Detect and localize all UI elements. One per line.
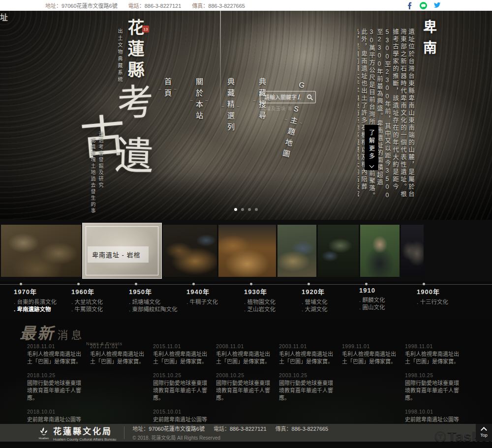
news-date: 2018.11.01 xyxy=(27,343,84,349)
news-link[interactable]: 毛利人檢視卑南遺址出土「巴圖」是傳家寶。 xyxy=(216,351,273,365)
beinan-article: 卑南 遺址位於台灣台東縣卑南山東南端的山麓，是屬於台灣東部之新石器時代卑南文化的… xyxy=(358,19,441,202)
address-value: 97060花蓮市文復路6號 xyxy=(62,3,118,9)
footer-contact-line: 地址：97060花蓮市文復路6號 電話：886-3-8227121 傳真：886… xyxy=(132,424,328,432)
photo-carousel: 卑南遺址 - 岩棺 xyxy=(0,220,492,281)
search-box xyxy=(260,91,316,103)
news-link[interactable]: 國際行動愛地球臺東環境教育嘉年華逾千人響應。 xyxy=(216,380,273,402)
timeline-dot xyxy=(250,283,252,285)
timeline-item[interactable]: 十三行文化 xyxy=(417,299,474,306)
hero-dot[interactable] xyxy=(255,208,258,211)
timeline-item[interactable]: 大坌坑文化 xyxy=(71,299,129,306)
phone: 電話：886-3-8227121 xyxy=(128,1,182,9)
twitter-icon[interactable] xyxy=(433,2,441,9)
news-date: 2008.10.25 xyxy=(216,372,273,378)
bureau-logo-icon xyxy=(38,426,49,436)
copyright: © 2018. 花蓮文化局 All Rights Reserved xyxy=(132,434,328,441)
nav-item[interactable]: 典藏精選列 xyxy=(220,78,241,134)
timeline-item[interactable]: 麒麟文化 xyxy=(359,297,417,304)
footer-divider xyxy=(124,426,124,439)
timeline-group: 1960年 大坌坑文化牛罵頭文化 xyxy=(71,287,129,313)
nav-item[interactable]: 首頁 xyxy=(157,78,178,100)
news-link[interactable]: 國際行動愛地球臺東環境教育嘉年華逾千人響應。 xyxy=(405,380,462,402)
news-date: 1999.11.01 xyxy=(342,343,399,349)
line-icon[interactable] xyxy=(420,2,427,9)
news-link[interactable]: 國際行動愛地球臺東環境教育嘉年華逾千人響應。 xyxy=(153,380,210,402)
news-column-items: 2003.11.01 毛利人檢視卑南遺址出土「巴圖」是傳家寶。 2003.10.… xyxy=(279,343,336,402)
footer-address-value: 97060花蓮市文復路6號 xyxy=(149,426,205,432)
news-title-sub: 消息 xyxy=(57,329,85,341)
bureau-logo: Hualien xyxy=(38,426,49,440)
timeline-item[interactable]: 牛罵頭文化 xyxy=(71,306,129,313)
contact-info: 地址：97060花蓮市文復路6號 電話：886-3-8227121 傳真：886… xyxy=(45,1,245,9)
page: 地址：97060花蓮市文復路6號 電話：886-3-8227121 傳真：886… xyxy=(0,0,492,448)
timeline-line xyxy=(0,284,492,285)
footer-fax-label: 傳真： xyxy=(276,426,292,432)
thumb-sheltered-site[interactable] xyxy=(318,225,359,277)
search-icon[interactable] xyxy=(305,91,315,103)
news-link[interactable]: 國際行動愛地球臺東環境教育嘉年華逾千人響應。 xyxy=(27,380,84,402)
news-item: 2017.11.01 毛利人檢視卑南遺址出土「巴圖」是傳家寶。 xyxy=(90,343,147,365)
phone-value: 886-3-8227121 xyxy=(145,3,182,9)
bureau-logo-caption: Hualien xyxy=(39,437,49,440)
timeline-group: 1900年 十三行文化 xyxy=(417,287,474,313)
top-label: Top xyxy=(480,433,488,438)
footer-address: 地址：97060花蓮市文復路6號 xyxy=(132,424,205,432)
timeline-item[interactable]: 營埔文化 xyxy=(302,299,359,306)
thumb-museum-interior[interactable] xyxy=(218,225,276,277)
timeline-items: 大坌坑文化牛罵頭文化 xyxy=(71,299,129,313)
timeline-year: 1940年 xyxy=(186,287,244,296)
learn-more-label: 了解更多 xyxy=(368,129,376,161)
timeline-item[interactable]: 訊塘埔文化 xyxy=(129,299,186,306)
news-link[interactable]: 毛利人檢視卑南遺址出土「巴圖」是傳家寶。 xyxy=(27,351,84,365)
back-to-top-button[interactable]: Top xyxy=(476,424,492,441)
timeline-item[interactable]: 東部繩紋紅陶文化 xyxy=(129,306,186,313)
hero-dot[interactable] xyxy=(241,208,244,211)
timeline-items: 台東的長濱文化卑南遺跡文物 xyxy=(14,299,71,313)
footer: Hualien 花蓮縣文化局 Hualien County Cultural A… xyxy=(0,424,492,442)
news-header: 最新 消息 News & Events xyxy=(20,321,85,343)
thumb-excavation-hall[interactable] xyxy=(163,225,217,277)
timeline-dot xyxy=(365,283,368,285)
news-title-main: 最新 xyxy=(20,324,55,343)
news-link[interactable]: 毛利人檢視卑南遺址出土「巴圖」是傳家寶。 xyxy=(153,351,210,365)
address: 地址：97060花蓮市文復路6號 xyxy=(45,1,118,9)
timeline-group: 1950年 訊塘埔文化東部繩紋紅陶文化 xyxy=(129,287,186,313)
fax-label: 傳真： xyxy=(192,3,208,9)
timeline-item[interactable]: 大湖文化 xyxy=(302,306,359,313)
thumb-guide-person[interactable] xyxy=(360,225,400,277)
main-navigation: 首頁關於本站典藏精選列典藏搜尋GIS主題地圖 xyxy=(157,78,304,162)
thumb-field-excavation[interactable] xyxy=(277,225,316,277)
news-link[interactable]: 毛利人檢視卑南遺址出土「巴圖」是傳家寶。 xyxy=(90,351,147,365)
timeline-items: 植物園文化芝山岩文化 xyxy=(244,299,302,313)
article-body: 遺址位於台灣台東縣卑南山東南端的山麓，是屬於台灣東部之新石器時代卑南文化的一個代… xyxy=(358,19,415,202)
hero-pagination xyxy=(234,208,258,211)
hero-dot[interactable] xyxy=(248,208,251,211)
hero-dot[interactable] xyxy=(234,208,237,211)
learn-more-button[interactable]: 了解更多 xyxy=(365,125,378,170)
nav-item[interactable]: 關於本站 xyxy=(189,78,209,123)
news-item: 1999.11.01 毛利人檢視卑南遺址出土「巴圖」是傳家寶。 xyxy=(342,343,399,365)
thumb-exhibit-dark[interactable] xyxy=(401,225,424,277)
timeline-item[interactable]: 台東的長濱文化 xyxy=(14,299,71,306)
timeline-item[interactable]: 牛稠子文化 xyxy=(186,299,244,306)
timeline-item[interactable]: 卑南遺跡文物 xyxy=(14,306,71,313)
news-link[interactable]: 毛利人檢視卑南遺址出土「巴圖」是傳家寶。 xyxy=(405,351,462,365)
timeline-item[interactable]: 植物園文化 xyxy=(244,299,302,306)
social-links xyxy=(406,0,441,11)
facebook-icon[interactable] xyxy=(406,2,413,9)
topbar: 地址：97060花蓮市文復路6號 電話：886-3-8227121 傳真：886… xyxy=(0,0,492,11)
timeline-item[interactable]: 圓山文化 xyxy=(359,304,417,311)
news-column-items: 1999.11.01 毛利人檢視卑南遺址出土「巴圖」是傳家寶。 xyxy=(342,343,399,365)
timeline-item[interactable]: 芝山岩文化 xyxy=(244,306,302,313)
news-link[interactable]: 國際行動愛地球臺東環境教育嘉年華逾千人響應。 xyxy=(279,380,336,402)
thumb-pottery-mound[interactable] xyxy=(1,225,81,277)
thumb-beinan-rock-coffin[interactable]: 卑南遺址 - 岩棺 xyxy=(83,223,161,278)
news-item: 2003.11.01 毛利人檢視卑南遺址出土「巴圖」是傳家寶。 xyxy=(279,343,336,365)
news-link[interactable]: 毛利人檢視卑南遺址出土「巴圖」是傳家寶。 xyxy=(279,351,336,365)
news-link[interactable]: 毛利人檢視卑南遺址出土「巴圖」是傳家寶。 xyxy=(342,351,399,365)
news-item: 2008.10.25 國際行動愛地球臺東環境教育嘉年華逾千人響應。 xyxy=(216,372,273,402)
address-label: 地址： xyxy=(45,3,62,9)
timeline-items: 訊塘埔文化東部繩紋紅陶文化 xyxy=(129,299,186,313)
search-input[interactable] xyxy=(260,94,305,100)
bureau-name: 花蓮縣文化局 xyxy=(53,424,116,437)
